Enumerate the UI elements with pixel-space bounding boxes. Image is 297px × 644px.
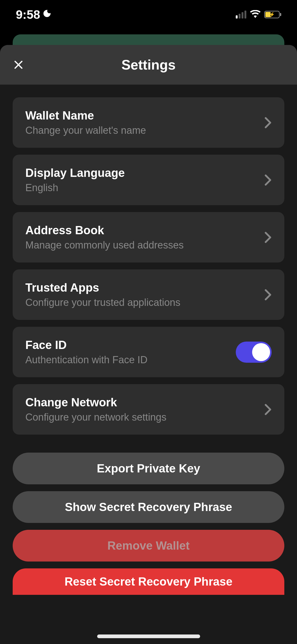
settings-item-display-language[interactable]: Display Language English (13, 155, 284, 205)
item-subtitle: Change your wallet's name (25, 125, 146, 136)
modal-header: Settings (0, 45, 297, 85)
close-button[interactable] (13, 59, 24, 71)
status-left: 9:58 (16, 7, 52, 22)
status-bar: 9:58 ⚡ (0, 0, 297, 26)
show-recovery-phrase-button[interactable]: Show Secret Recovery Phrase (13, 491, 284, 523)
wifi-icon (250, 10, 261, 19)
settings-item-address-book[interactable]: Address Book Manage commonly used addres… (13, 212, 284, 263)
battery-icon: ⚡ (264, 11, 281, 18)
item-title: Wallet Name (25, 109, 146, 122)
chevron-right-icon (264, 232, 272, 243)
export-private-key-button[interactable]: Export Private Key (13, 453, 284, 484)
item-subtitle: Authentication with Face ID (25, 354, 148, 366)
chevron-right-icon (264, 117, 272, 128)
status-time: 9:58 (16, 7, 40, 22)
item-subtitle: English (25, 182, 125, 194)
page-title: Settings (121, 57, 176, 73)
action-buttons: Export Private Key Show Secret Recovery … (13, 453, 284, 595)
settings-list: Wallet Name Change your wallet's name Di… (13, 97, 284, 435)
item-subtitle: Configure your network settings (25, 412, 166, 423)
item-title: Change Network (25, 396, 166, 409)
do-not-disturb-icon (42, 9, 52, 21)
face-id-toggle[interactable] (236, 342, 272, 363)
cellular-signal-icon (236, 11, 246, 19)
chevron-right-icon (264, 174, 272, 186)
item-title: Display Language (25, 166, 125, 180)
remove-wallet-button[interactable]: Remove Wallet (13, 530, 284, 562)
settings-modal: Settings Wallet Name Change your wallet'… (0, 45, 297, 644)
item-subtitle: Manage commonly used addresses (25, 240, 184, 251)
settings-item-trusted-apps[interactable]: Trusted Apps Configure your trusted appl… (13, 269, 284, 320)
status-right: ⚡ (236, 10, 281, 19)
item-title: Address Book (25, 224, 184, 237)
home-indicator[interactable] (97, 634, 200, 638)
item-title: Trusted Apps (25, 281, 180, 294)
reset-recovery-phrase-button[interactable]: Reset Secret Recovery Phrase (13, 568, 284, 595)
chevron-right-icon (264, 289, 272, 301)
modal-body: Wallet Name Change your wallet's name Di… (0, 85, 297, 595)
chevron-right-icon (264, 404, 272, 415)
settings-item-change-network[interactable]: Change Network Configure your network se… (13, 384, 284, 435)
item-subtitle: Configure your trusted applications (25, 297, 180, 308)
settings-item-face-id: Face ID Authentication with Face ID (13, 327, 284, 377)
settings-item-wallet-name[interactable]: Wallet Name Change your wallet's name (13, 97, 284, 148)
item-title: Face ID (25, 338, 148, 352)
